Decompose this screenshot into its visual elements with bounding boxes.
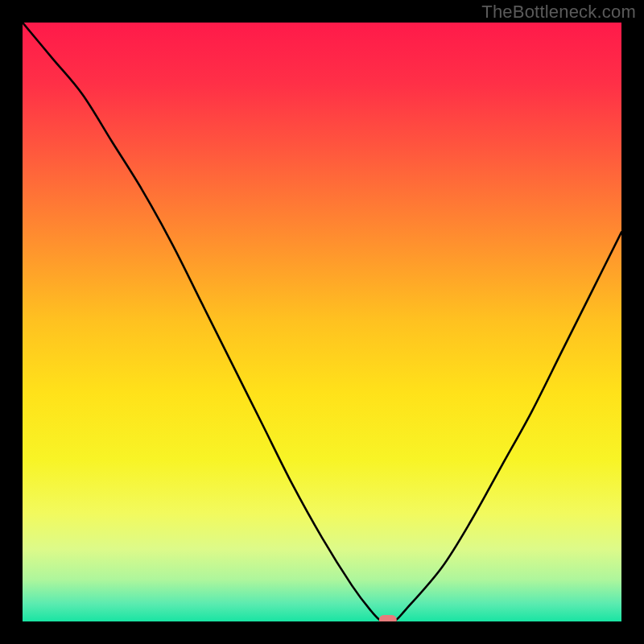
gradient-background (23, 23, 621, 621)
optimal-point-marker (379, 615, 397, 621)
chart-container: TheBottleneck.com (0, 0, 644, 644)
bottleneck-chart (23, 23, 621, 621)
plot-area (23, 23, 621, 621)
watermark-text: TheBottleneck.com (481, 2, 636, 23)
